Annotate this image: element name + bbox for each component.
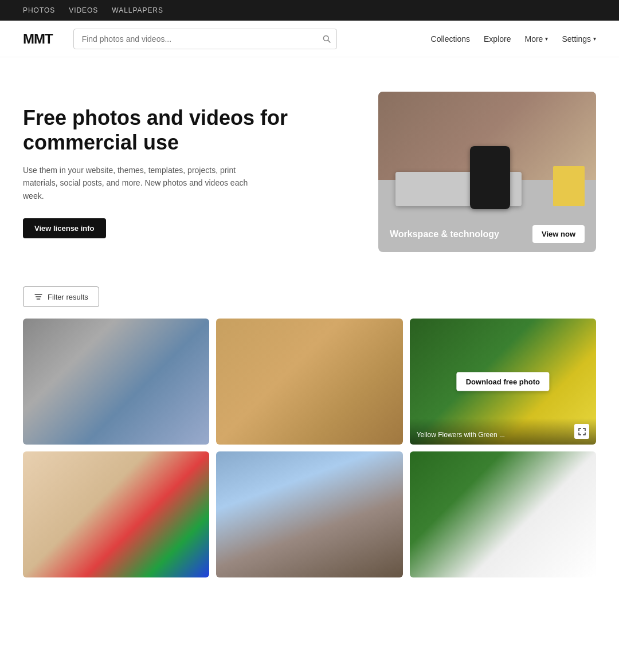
photo-laptop-image (216, 319, 402, 445)
top-bar: PHOTOS VIDEOS WALLPAPERS (0, 0, 619, 21)
phone-decoration (470, 146, 510, 209)
chevron-down-icon-settings: ▾ (593, 36, 596, 42)
filter-button[interactable]: Filter results (23, 286, 99, 307)
notepad-decoration (553, 166, 585, 206)
search-button[interactable] (322, 34, 331, 44)
photo-card-building[interactable] (216, 451, 402, 577)
filter-label: Filter results (48, 293, 88, 301)
nav-collections-link[interactable]: Collections (431, 34, 470, 44)
expand-icon (578, 428, 586, 435)
photo-card-flowers[interactable]: Download free photo Yellow Flowers with … (410, 319, 596, 445)
photo-card-white-flowers[interactable] (410, 451, 596, 577)
hero-section: Free photos and videos for commercial us… (0, 57, 619, 286)
search-wrapper (73, 29, 337, 49)
photo-card-laptop[interactable] (216, 319, 402, 445)
nav-settings-link[interactable]: Settings ▾ (562, 34, 596, 44)
photo-bus-image (23, 319, 209, 445)
logo[interactable]: MMT (23, 31, 53, 47)
main-nav: MMT Collections Explore More ▾ Settings … (0, 21, 619, 57)
nav-links: Collections Explore More ▾ Settings ▾ (431, 34, 596, 44)
download-free-photo-button[interactable]: Download free photo (457, 372, 549, 391)
photo-card-bus[interactable] (23, 319, 209, 445)
topbar-videos-link[interactable]: VIDEOS (69, 6, 98, 14)
topbar-photos-link[interactable]: PHOTOS (23, 6, 55, 14)
hero-image-overlay: Workspace & technology View now (378, 216, 596, 252)
hero-title: Free photos and videos for commercial us… (23, 105, 344, 155)
view-license-button[interactable]: View license info (23, 218, 106, 238)
hero-featured-image: Workspace & technology View now (378, 92, 596, 252)
nav-more-label: More (525, 34, 543, 44)
photo-building-image (216, 451, 402, 577)
search-icon (322, 34, 331, 44)
featured-label: Workspace & technology (390, 229, 499, 239)
chevron-down-icon: ▾ (545, 36, 548, 42)
expand-button-flowers[interactable] (574, 424, 589, 439)
download-overlay: Download free photo (457, 372, 549, 391)
photo-grid: Download free photo Yellow Flowers with … (0, 319, 619, 600)
topbar-wallpapers-link[interactable]: WALLPAPERS (112, 6, 163, 14)
nav-explore-link[interactable]: Explore (484, 34, 511, 44)
svg-point-0 (323, 36, 328, 41)
hero-description: Use them in your website, themes, templa… (23, 164, 264, 202)
filter-bar: Filter results (0, 286, 619, 319)
flowers-caption-overlay: Yellow Flowers with Green ... (410, 418, 596, 445)
hero-text: Free photos and videos for commercial us… (23, 105, 344, 239)
nav-more-link[interactable]: More ▾ (525, 34, 549, 44)
filter-icon (34, 292, 43, 301)
svg-line-1 (328, 40, 330, 42)
view-now-button[interactable]: View now (532, 225, 585, 243)
photo-card-markers[interactable] (23, 451, 209, 577)
nav-settings-label: Settings (562, 34, 591, 44)
photo-white-flowers-image (410, 451, 596, 577)
search-input[interactable] (73, 29, 337, 49)
flowers-caption: Yellow Flowers with Green ... (417, 431, 505, 439)
photo-markers-image (23, 451, 209, 577)
